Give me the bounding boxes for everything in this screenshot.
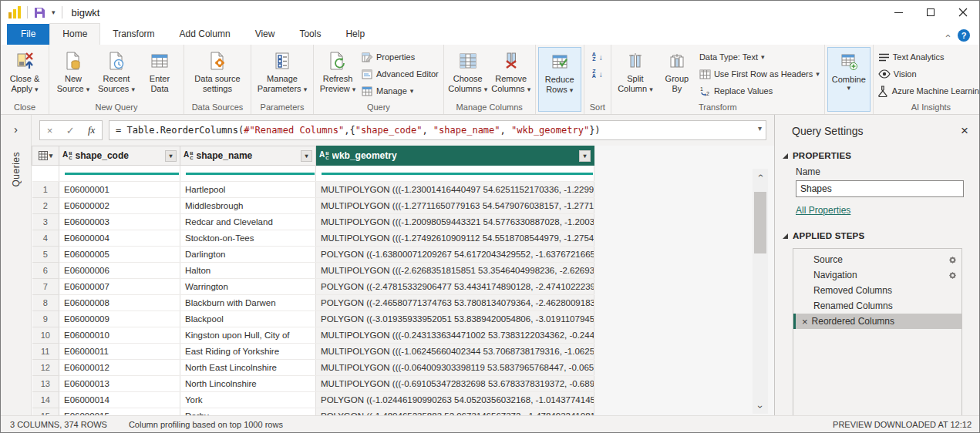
cell-shape-code[interactable]: E06000014 — [59, 392, 180, 408]
scrollbar-thumb[interactable] — [754, 192, 766, 253]
cell-wkb-geometry[interactable]: POLYGON ((-2.47815332906477 53.443417489… — [316, 279, 594, 295]
cell-wkb-geometry[interactable]: MULTIPOLYGON (((-1.27711650779163 54.547… — [316, 198, 594, 214]
cancel-formula-icon[interactable]: × — [47, 125, 53, 136]
cell-shape-code[interactable]: E06000010 — [59, 327, 180, 344]
row-number[interactable]: 5 — [32, 247, 59, 263]
cell-shape-code[interactable]: E06000011 — [59, 344, 180, 360]
data-type-button[interactable]: Data Type: Text ▾ — [697, 50, 822, 64]
applied-step-item[interactable]: Source — [793, 252, 961, 267]
minimize-button[interactable] — [882, 1, 914, 24]
row-number[interactable]: 1 — [32, 182, 59, 198]
cell-shape-name[interactable]: Blackburn with Darwen — [180, 295, 316, 311]
cell-shape-code[interactable]: E06000009 — [59, 311, 180, 327]
tab-file[interactable]: File — [7, 24, 49, 45]
all-properties-link[interactable]: All Properties — [796, 205, 850, 216]
applied-step-item[interactable]: Navigation — [793, 267, 961, 283]
expand-formula-bar-icon[interactable]: ▾ — [758, 124, 762, 133]
cell-shape-code[interactable]: E06000013 — [59, 376, 180, 392]
vision-button[interactable]: Vision — [876, 67, 979, 81]
cell-shape-code[interactable]: E06000001 — [59, 182, 180, 198]
tab-add-column[interactable]: Add Column — [167, 24, 243, 45]
combine-button[interactable]: Combine ▾ — [827, 47, 871, 112]
cell-shape-code[interactable]: E06000004 — [59, 230, 180, 247]
cell-wkb-geometry[interactable]: MULTIPOLYGON (((-2.6268351815851 53.3546… — [316, 263, 594, 279]
scroll-up-icon[interactable]: › — [753, 169, 768, 183]
cell-shape-name[interactable]: Hartlepool — [180, 182, 316, 198]
close-panel-icon[interactable]: × — [961, 124, 968, 137]
gear-icon[interactable] — [948, 271, 957, 280]
azure-machine-learning-button[interactable]: Azure Machine Learning — [876, 84, 979, 98]
gear-icon[interactable] — [948, 256, 957, 264]
vertical-scrollbar[interactable]: › › — [753, 169, 768, 414]
new-source-button[interactable]: New Source ▾ — [52, 47, 95, 101]
refresh-preview-button[interactable]: Refresh Preview ▾ — [316, 47, 359, 101]
cell-wkb-geometry[interactable]: MULTIPOLYGON (((-0.064009303398119 53.58… — [316, 360, 594, 376]
cell-wkb-geometry[interactable]: MULTIPOLYGON (((-1.23001416440497 54.625… — [316, 182, 594, 198]
properties-section-header[interactable]: PROPERTIES — [775, 145, 979, 165]
cell-shape-name[interactable]: Blackpool — [180, 311, 316, 327]
query-name-input[interactable] — [796, 180, 964, 197]
cell-shape-name[interactable]: North East Lincolnshire — [180, 360, 316, 376]
applied-step-item[interactable]: Removed Columns — [793, 283, 961, 298]
row-number[interactable]: 11 — [32, 344, 59, 360]
quick-access-dropdown-icon[interactable]: ▾ — [52, 9, 56, 16]
cell-shape-name[interactable]: Redcar and Cleveland — [180, 214, 316, 230]
cell-shape-name[interactable]: Stockton-on-Tees — [180, 230, 316, 247]
commit-formula-icon[interactable]: ✓ — [66, 125, 75, 136]
column-header-shape-name[interactable]: ABC shape_name ▾ — [180, 146, 316, 166]
group-by-button[interactable]: Group By — [657, 47, 697, 101]
cell-shape-name[interactable]: Kingston upon Hull, City of — [180, 327, 316, 344]
cell-wkb-geometry[interactable]: MULTIPOLYGON (((-1.20098059443321 54.577… — [316, 214, 594, 230]
delete-step-icon[interactable]: × — [802, 316, 808, 327]
cell-shape-code[interactable]: E06000005 — [59, 247, 180, 263]
reduce-rows-button[interactable]: Reduce Rows ▾ — [538, 47, 581, 112]
row-number[interactable]: 12 — [32, 360, 59, 376]
cell-shape-name[interactable]: York — [180, 392, 316, 408]
cell-shape-code[interactable]: E06000012 — [59, 360, 180, 376]
help-icon[interactable]: ? — [958, 29, 970, 42]
cell-shape-code[interactable]: E06000007 — [59, 279, 180, 295]
tab-view[interactable]: View — [243, 24, 288, 45]
cell-wkb-geometry[interactable]: POLYGON ((-1.63800071209267 54.617204342… — [316, 247, 594, 263]
sort-ascending-button[interactable]: AZ↓ — [590, 50, 605, 64]
close-button[interactable] — [947, 1, 979, 24]
cell-shape-name[interactable]: Darlington — [180, 247, 316, 263]
replace-values-button[interactable]: 12 Replace Values — [697, 84, 822, 98]
column-header-shape-code[interactable]: ABC shape_code ▾ — [59, 146, 180, 166]
split-column-button[interactable]: Split Column ▾ — [614, 47, 657, 101]
applied-steps-section-header[interactable]: APPLIED STEPS — [775, 225, 979, 245]
applied-step-item[interactable]: ×Reordered Columns — [793, 314, 961, 329]
data-source-settings-button[interactable]: Data source settings — [187, 47, 248, 101]
cell-shape-name[interactable]: Halton — [180, 263, 316, 279]
sort-descending-button[interactable]: ZA↓ — [590, 67, 605, 81]
cell-shape-name[interactable]: Warrington — [180, 279, 316, 295]
text-analytics-button[interactable]: Text Analytics — [876, 50, 979, 64]
cell-shape-name[interactable]: Derby — [180, 408, 316, 416]
collapse-ribbon-icon[interactable]: › — [941, 34, 951, 37]
row-number[interactable]: 2 — [32, 198, 59, 214]
formula-input[interactable]: = Table.ReorderColumns(#"Renamed Columns… — [109, 120, 766, 140]
cell-wkb-geometry[interactable]: POLYGON ((-3.01935933952051 53.838942005… — [316, 311, 594, 327]
row-number[interactable]: 3 — [32, 214, 59, 230]
close-and-apply-button[interactable]: Close & Apply ▾ — [3, 47, 46, 101]
manage-button[interactable]: Manage ▾ — [359, 84, 441, 98]
cell-wkb-geometry[interactable]: MULTIPOLYGON (((-1.27492610909112 54.551… — [316, 230, 594, 247]
row-number[interactable]: 9 — [32, 311, 59, 327]
filter-dropdown-icon[interactable]: ▾ — [165, 150, 177, 162]
manage-parameters-button[interactable]: Manage Parameters ▾ — [254, 47, 311, 101]
cell-shape-code[interactable]: E06000015 — [59, 408, 180, 416]
filter-dropdown-icon[interactable]: ▾ — [301, 150, 312, 162]
advanced-editor-button[interactable]: Advanced Editor — [359, 67, 441, 81]
cell-wkb-geometry[interactable]: POLYGON ((-2.46580771374763 53.780813407… — [316, 295, 594, 311]
scroll-down-icon[interactable]: › — [753, 400, 768, 414]
cell-wkb-geometry[interactable]: MULTIPOLYGON (((-0.243133634471002 53.73… — [316, 327, 594, 344]
row-number[interactable]: 6 — [32, 263, 59, 279]
row-number[interactable]: 13 — [32, 376, 59, 392]
cell-shape-code[interactable]: E06000002 — [59, 198, 180, 214]
row-number[interactable]: 15 — [32, 408, 59, 416]
applied-step-item[interactable]: Renamed Columns — [793, 298, 961, 314]
save-icon[interactable] — [34, 7, 45, 18]
tab-tools[interactable]: Tools — [287, 24, 333, 45]
recent-sources-button[interactable]: Recent Sources ▾ — [95, 47, 138, 101]
choose-columns-button[interactable]: Choose Columns ▾ — [446, 47, 490, 101]
